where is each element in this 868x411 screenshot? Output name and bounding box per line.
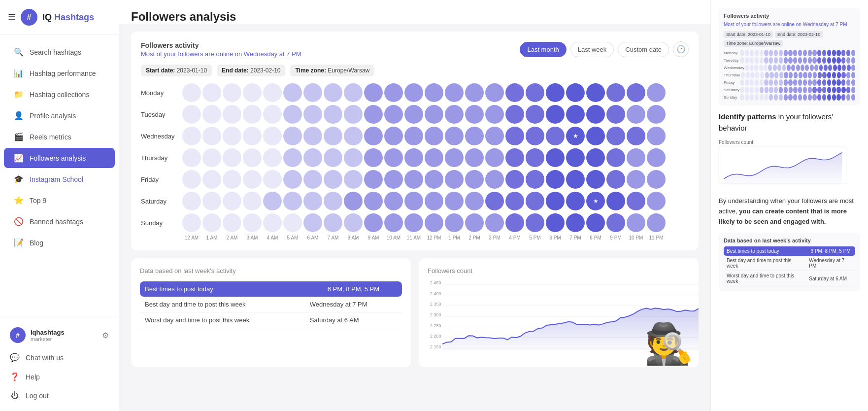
mini-cell-5-19 <box>832 87 836 93</box>
svg-text:2 250: 2 250 <box>430 323 441 328</box>
mini-cell-6-8 <box>779 94 783 101</box>
rp-end-date: End date: 2023-02-10 <box>775 31 823 38</box>
footer-nav-help[interactable]: ❓ Help <box>0 367 119 386</box>
cell-sunday-19 <box>566 213 585 232</box>
sidebar-item-search[interactable]: 🔍Search hashtags <box>4 42 115 62</box>
mini-cell-4-17 <box>822 79 826 86</box>
cell-sunday-11 <box>404 213 423 232</box>
cell-thursday-14 <box>465 148 484 167</box>
sidebar-item-followers[interactable]: 📈Followers analysis <box>4 148 115 168</box>
last-month-button[interactable]: Last month <box>520 42 566 57</box>
mini-cell-6-10 <box>788 94 792 101</box>
cell-wednesday-16 <box>505 127 524 145</box>
mini-cell-2-18 <box>828 65 832 71</box>
cell-monday-16 <box>505 83 524 102</box>
cell-wednesday-5 <box>283 127 302 145</box>
cell-saturday-12 <box>425 192 443 210</box>
date-controls: Last month Last week Custom date 🕐 <box>520 41 689 57</box>
nav-icon-profile: 👤 <box>14 111 24 120</box>
card-subtitle: Most of your followers are online on Wed… <box>141 50 301 58</box>
footer-nav-chat[interactable]: 💬 Chat with us <box>0 348 119 367</box>
mini-cell-6-0 <box>740 94 744 101</box>
sidebar-item-hashtag-perf[interactable]: 📊Hashtag performance <box>4 63 115 83</box>
sidebar-item-instagram-school[interactable]: 🎓Instagram School <box>4 169 115 189</box>
mini-cell-6-16 <box>817 94 821 101</box>
mini-cell-5-6 <box>769 87 773 93</box>
svg-text:2 150: 2 150 <box>430 344 441 349</box>
sidebar-item-top9[interactable]: ⭐Top 9 <box>4 190 115 210</box>
cell-monday-7 <box>324 83 342 102</box>
cell-tuesday-16 <box>505 105 524 124</box>
cell-wednesday-18 <box>546 127 565 145</box>
cell-monday-0 <box>182 83 201 102</box>
cell-sunday-15 <box>485 213 504 232</box>
day-cells <box>182 170 666 189</box>
last-week-button[interactable]: Last week <box>570 42 614 57</box>
sidebar-item-reels[interactable]: 🎬Reels metrics <box>4 127 115 147</box>
cell-friday-3 <box>243 170 262 189</box>
nav-icon-reels: 🎬 <box>14 132 24 141</box>
cell-saturday-19 <box>566 192 585 210</box>
cell-friday-12 <box>425 170 443 189</box>
mini-cell-6-17 <box>822 94 826 101</box>
sidebar-item-blog[interactable]: 📝Blog <box>4 233 115 253</box>
nav-label-banned: Banned hashtags <box>30 218 83 226</box>
days-grid: MondayTuesdayWednesday★ThursdayFridaySat… <box>141 83 689 232</box>
cell-saturday-22 <box>627 192 645 210</box>
cell-thursday-23 <box>647 148 666 167</box>
gear-icon[interactable]: ⚙ <box>102 331 109 340</box>
cell-tuesday-11 <box>404 105 423 124</box>
mini-cell-6-6 <box>769 94 773 101</box>
time-label-6AM: 6 AM <box>303 235 322 240</box>
cell-monday-4 <box>263 83 282 102</box>
mini-cell-0-6 <box>769 50 773 56</box>
mini-cell-1-22 <box>846 57 850 64</box>
cell-friday-22 <box>627 170 645 189</box>
mini-cell-4-0 <box>740 79 744 86</box>
footer-nav-logout[interactable]: ⏻ Log out <box>0 386 119 405</box>
time-label-3PM: 3 PM <box>485 235 504 240</box>
svg-text:2 400: 2 400 <box>430 291 441 296</box>
mini-label-friday: Friday <box>724 80 739 85</box>
cell-wednesday-11 <box>404 127 423 145</box>
help-label: Help <box>26 373 40 381</box>
cell-saturday-10 <box>384 192 403 210</box>
nav-label-instagram-school: Instagram School <box>30 175 83 183</box>
mini-cell-3-18 <box>827 72 831 78</box>
mini-cell-4-13 <box>803 79 807 86</box>
mini-cell-1-16 <box>817 57 821 64</box>
cell-sunday-9 <box>364 213 383 232</box>
day-cells: ★ <box>182 192 666 210</box>
rp-chart-svg <box>719 147 860 186</box>
nav-label-profile: Profile analysis <box>30 112 76 120</box>
mini-cell-2-21 <box>842 65 846 71</box>
mini-cell-3-8 <box>779 72 783 78</box>
mini-cell-0-9 <box>784 50 788 56</box>
logo-text: IQ Hashtags <box>42 12 94 23</box>
cell-friday-15 <box>485 170 504 189</box>
cell-sunday-3 <box>243 213 262 232</box>
cell-thursday-11 <box>404 148 423 167</box>
mini-cell-4-4 <box>760 79 764 86</box>
sidebar-item-banned[interactable]: 🚫Banned hashtags <box>4 211 115 232</box>
cell-tuesday-18 <box>546 105 565 124</box>
cell-thursday-1 <box>202 148 221 167</box>
mini-day-saturday: Saturday <box>724 87 855 93</box>
sidebar-item-profile[interactable]: 👤Profile analysis <box>4 105 115 126</box>
cell-monday-9 <box>364 83 383 102</box>
cell-sunday-23 <box>647 213 666 232</box>
cell-wednesday-2 <box>223 127 241 145</box>
time-label-7PM: 7 PM <box>566 235 585 240</box>
hamburger-icon[interactable]: ☰ <box>8 12 16 23</box>
sidebar-item-hashtag-col[interactable]: 📁Hashtag collections <box>4 84 115 104</box>
cell-thursday-9 <box>364 148 383 167</box>
cell-saturday-15 <box>485 192 504 210</box>
cell-sunday-5 <box>283 213 302 232</box>
mini-cell-2-17 <box>824 65 828 71</box>
clock-button[interactable]: 🕐 <box>673 41 689 57</box>
rp-chart-title: Followers count <box>719 139 860 145</box>
row-value: Wednesday at 7 PM <box>305 297 402 312</box>
mini-cell-1-2 <box>750 57 754 64</box>
custom-date-button[interactable]: Custom date <box>618 42 669 57</box>
nav-label-blog: Blog <box>30 239 43 247</box>
